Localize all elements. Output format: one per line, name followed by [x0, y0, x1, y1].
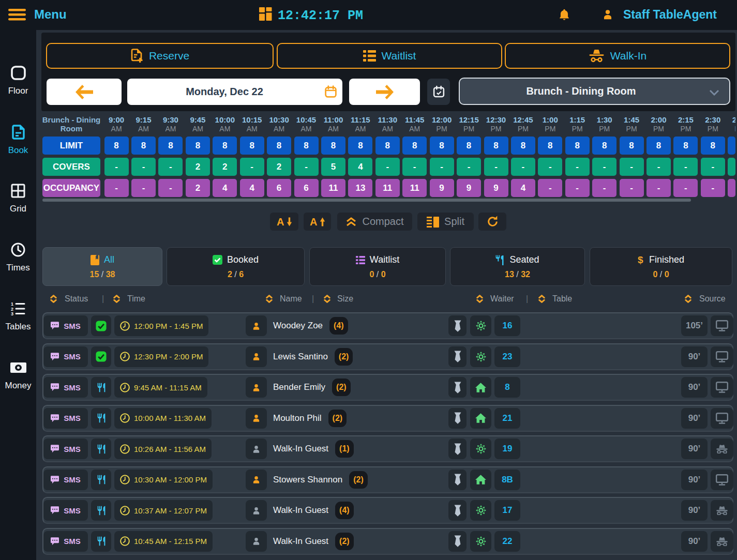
svg-text:A: A	[277, 216, 284, 228]
svg-text:3: 3	[11, 311, 13, 316]
svg-text:A: A	[310, 216, 317, 228]
svg-text:2: 2	[11, 307, 13, 312]
svg-text:$: $	[638, 254, 643, 265]
svg-text:1: 1	[11, 301, 13, 307]
